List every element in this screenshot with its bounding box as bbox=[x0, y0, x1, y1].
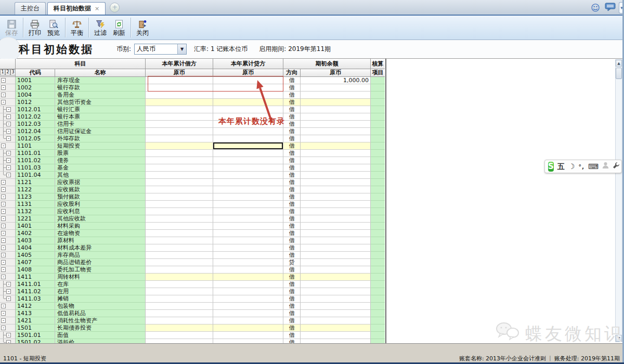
refresh-button[interactable]: 刷新 bbox=[110, 18, 128, 37]
cell-accounting-item[interactable] bbox=[371, 332, 385, 339]
collapse-icon[interactable]: - bbox=[1, 100, 6, 105]
table-row[interactable]: -1501.01面值借 bbox=[0, 332, 385, 339]
cell-opening-balance[interactable]: 1,000.00 bbox=[301, 77, 371, 84]
cell-name[interactable]: 原材料 bbox=[55, 237, 146, 244]
cell-name[interactable]: 消耗性生物资产 bbox=[55, 317, 146, 324]
cell-opening-balance[interactable] bbox=[301, 215, 371, 223]
col-header-ytd-credit[interactable]: 本年累计贷方 bbox=[213, 59, 283, 69]
cell-ytd-credit[interactable] bbox=[213, 332, 283, 339]
cell-direction[interactable]: 贷 bbox=[283, 259, 301, 266]
cell-accounting-item[interactable] bbox=[371, 324, 385, 332]
cell-name[interactable]: 短期投资 bbox=[55, 142, 146, 150]
cell-direction[interactable]: 借 bbox=[283, 244, 301, 252]
collapse-icon[interactable]: - bbox=[1, 311, 6, 316]
collapse-icon[interactable]: - bbox=[6, 165, 11, 170]
cell-code[interactable]: 1101.02 bbox=[16, 157, 55, 164]
cell-name[interactable]: 应收股利 bbox=[55, 201, 146, 208]
cell-direction[interactable]: 借 bbox=[283, 179, 301, 186]
cell-accounting-item[interactable] bbox=[371, 84, 385, 92]
cell-ytd-debit[interactable] bbox=[146, 266, 213, 274]
cell-opening-balance[interactable] bbox=[301, 332, 371, 339]
cell-opening-balance[interactable] bbox=[301, 295, 371, 303]
cell-ytd-credit[interactable] bbox=[213, 186, 283, 193]
cell-ytd-debit[interactable] bbox=[146, 295, 213, 303]
cell-direction[interactable]: 借 bbox=[283, 303, 301, 310]
cell-accounting-item[interactable] bbox=[371, 252, 385, 259]
cell-name[interactable]: 溢折价 bbox=[55, 339, 146, 343]
cell-opening-balance[interactable] bbox=[301, 230, 371, 237]
cell-ytd-credit[interactable] bbox=[213, 252, 283, 259]
cell-accounting-item[interactable] bbox=[371, 208, 385, 215]
cell-ytd-debit[interactable] bbox=[146, 259, 213, 266]
table-row[interactable]: -1101.01股票借 bbox=[0, 150, 385, 157]
cell-name[interactable]: 银行本票 bbox=[55, 113, 146, 121]
level-1-button[interactable]: 1 bbox=[0, 69, 5, 75]
collapse-icon[interactable]: - bbox=[6, 282, 11, 287]
collapse-icon[interactable]: - bbox=[1, 180, 6, 185]
table-row[interactable]: -1411.03摊销借 bbox=[0, 295, 385, 303]
cell-name[interactable]: 面值 bbox=[55, 332, 146, 339]
cell-direction[interactable]: 借 bbox=[283, 215, 301, 223]
cell-opening-balance[interactable] bbox=[301, 92, 371, 99]
cell-accounting-item[interactable] bbox=[371, 266, 385, 274]
table-row[interactable]: -1501.02溢折价借 bbox=[0, 339, 385, 343]
cell-name[interactable]: 在用 bbox=[55, 288, 146, 295]
cell-code[interactable]: 1404 bbox=[16, 244, 55, 252]
cell-accounting-item[interactable] bbox=[371, 215, 385, 223]
table-row[interactable]: -1004备用金借 bbox=[0, 92, 385, 99]
cell-ytd-debit[interactable] bbox=[146, 121, 213, 128]
cell-direction[interactable]: 借 bbox=[283, 106, 301, 113]
table-row[interactable]: -1403原材料借 bbox=[0, 237, 385, 244]
cell-ytd-credit[interactable] bbox=[213, 223, 283, 230]
cell-ytd-debit[interactable] bbox=[146, 339, 213, 343]
cell-direction[interactable]: 借 bbox=[283, 135, 301, 142]
cell-code[interactable]: 1012.04 bbox=[16, 128, 55, 135]
table-row[interactable]: -1411.01在库借 bbox=[0, 281, 385, 288]
cell-ytd-debit[interactable] bbox=[146, 281, 213, 288]
cell-opening-balance[interactable] bbox=[301, 317, 371, 324]
table-row[interactable]: -1404材料成本差异借 bbox=[0, 244, 385, 252]
cell-ytd-credit[interactable] bbox=[213, 288, 283, 295]
cell-code[interactable]: 1501.01 bbox=[16, 332, 55, 339]
cell-name[interactable]: 库存现金 bbox=[55, 77, 146, 84]
cell-direction[interactable]: 借 bbox=[283, 237, 301, 244]
cell-direction[interactable]: 借 bbox=[283, 266, 301, 274]
level-3-button[interactable]: 3 bbox=[10, 69, 16, 75]
add-tab-button[interactable]: + bbox=[110, 3, 120, 12]
cell-accounting-item[interactable] bbox=[371, 135, 385, 142]
cell-opening-balance[interactable] bbox=[301, 274, 371, 281]
cell-direction[interactable]: 借 bbox=[283, 281, 301, 288]
table-row[interactable]: -1012其他货币资金借 bbox=[0, 99, 385, 106]
collapse-icon[interactable]: - bbox=[1, 260, 6, 265]
cell-ytd-debit[interactable] bbox=[146, 128, 213, 135]
cell-opening-balance[interactable] bbox=[301, 164, 371, 172]
cell-direction[interactable]: 借 bbox=[283, 223, 301, 230]
cell-direction[interactable]: 借 bbox=[283, 172, 301, 179]
cell-code[interactable]: 1412 bbox=[16, 303, 55, 310]
cell-accounting-item[interactable] bbox=[371, 142, 385, 150]
collapse-icon[interactable]: - bbox=[6, 136, 11, 141]
cell-opening-balance[interactable] bbox=[301, 281, 371, 288]
cell-accounting-item[interactable] bbox=[371, 99, 385, 106]
cell-name[interactable]: 股票 bbox=[55, 150, 146, 157]
cell-accounting-item[interactable] bbox=[371, 303, 385, 310]
cell-name[interactable]: 银行存款 bbox=[55, 84, 146, 92]
cell-name[interactable]: 摊销 bbox=[55, 295, 146, 303]
cell-ytd-debit[interactable] bbox=[146, 186, 213, 193]
cell-code[interactable]: 1221 bbox=[16, 215, 55, 223]
cell-opening-balance[interactable] bbox=[301, 193, 371, 201]
cell-ytd-credit[interactable] bbox=[213, 295, 283, 303]
cell-direction[interactable]: 借 bbox=[283, 113, 301, 121]
cell-name[interactable]: 备用金 bbox=[55, 92, 146, 99]
table-row[interactable]: -1012.02银行本票借 bbox=[0, 113, 385, 121]
cell-code[interactable]: 1403 bbox=[16, 237, 55, 244]
cell-opening-balance[interactable] bbox=[301, 106, 371, 113]
collapse-icon[interactable]: - bbox=[1, 93, 6, 97]
collapse-icon[interactable]: - bbox=[1, 231, 6, 236]
cell-opening-balance[interactable] bbox=[301, 157, 371, 164]
cell-name[interactable]: 其他应收款 bbox=[55, 215, 146, 223]
cell-name[interactable]: 应收利息 bbox=[55, 208, 146, 215]
cell-direction[interactable]: 借 bbox=[283, 252, 301, 259]
cell-name[interactable]: 包装物 bbox=[55, 303, 146, 310]
tab-account-initial-data[interactable]: 科目初始数据 × bbox=[47, 2, 106, 15]
